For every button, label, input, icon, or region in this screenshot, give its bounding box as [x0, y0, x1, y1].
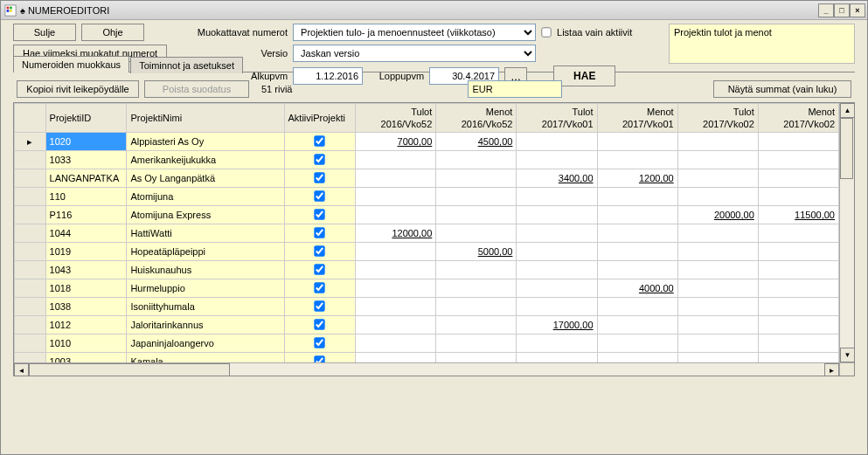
cell-projektinimi[interactable]: Jaloritarinkannus: [127, 316, 284, 334]
help-button[interactable]: Ohje: [81, 24, 144, 41]
scroll-up-button[interactable]: ▲: [840, 103, 855, 118]
cell-projektiid[interactable]: P116: [45, 206, 127, 224]
cell-aktiivi[interactable]: [284, 334, 356, 353]
row-indicator[interactable]: [15, 298, 46, 316]
row-indicator[interactable]: [15, 334, 46, 353]
cell-value[interactable]: 3400,00: [517, 169, 597, 188]
row-indicator[interactable]: [15, 316, 46, 334]
cell-value[interactable]: [436, 353, 517, 363]
cell-value[interactable]: [758, 353, 838, 363]
cell-aktiivi[interactable]: [284, 316, 356, 334]
cell-projektiid[interactable]: LANGANPATKA: [45, 169, 127, 188]
cell-projektinimi[interactable]: Huiskunauhus: [127, 261, 284, 279]
active-checkbox[interactable]: [315, 282, 325, 293]
cell-projektiid[interactable]: 1012: [45, 316, 127, 334]
cell-value[interactable]: [677, 243, 758, 261]
cell-value[interactable]: [597, 298, 677, 316]
cell-projektinimi[interactable]: Amerikankeijukukka: [127, 151, 284, 169]
cell-value[interactable]: [436, 334, 517, 353]
cell-aktiivi[interactable]: [284, 298, 356, 316]
active-checkbox[interactable]: [315, 337, 325, 348]
scroll-thumb-horizontal[interactable]: [29, 363, 230, 376]
col-header-menot-2017w02[interactable]: Menot2017/Vko02: [758, 104, 838, 133]
cell-projektiid[interactable]: 1020: [45, 133, 127, 151]
cell-value[interactable]: [597, 151, 677, 169]
currency-input[interactable]: [468, 80, 562, 98]
cell-projektinimi[interactable]: Kamala: [127, 353, 284, 363]
cell-value[interactable]: [758, 188, 838, 206]
cell-value[interactable]: [677, 261, 758, 279]
cell-value[interactable]: [436, 316, 517, 334]
cell-value[interactable]: [677, 353, 758, 363]
cell-aktiivi[interactable]: [284, 261, 356, 279]
table-row[interactable]: 1019Hopeatäpläpeippi5000,00: [15, 243, 839, 261]
cell-value[interactable]: [517, 224, 597, 243]
row-indicator[interactable]: [15, 353, 46, 363]
cell-value[interactable]: [436, 224, 517, 243]
cell-projektiid[interactable]: 1018: [45, 279, 127, 298]
cell-value[interactable]: 11500,00: [758, 206, 838, 224]
col-header-projektiid[interactable]: ProjektiID: [45, 104, 127, 133]
cell-value[interactable]: [356, 353, 436, 363]
version-combo[interactable]: Jaskan versio: [293, 45, 536, 62]
cell-value[interactable]: [758, 298, 838, 316]
cell-value[interactable]: [597, 224, 677, 243]
table-row[interactable]: 1033Amerikankeijukukka: [15, 151, 839, 169]
minimize-button[interactable]: _: [818, 3, 834, 17]
cell-value[interactable]: [597, 243, 677, 261]
cell-projektiid[interactable]: 1044: [45, 224, 127, 243]
active-checkbox[interactable]: [315, 227, 325, 238]
cell-value[interactable]: [517, 279, 597, 298]
col-header-aktiivi[interactable]: AktiiviProjekti: [284, 104, 356, 133]
active-checkbox[interactable]: [315, 172, 325, 183]
cell-value[interactable]: 4500,00: [436, 133, 517, 151]
cell-value[interactable]: [517, 334, 597, 353]
row-indicator[interactable]: [15, 243, 46, 261]
start-date-input[interactable]: [293, 67, 363, 85]
cell-value[interactable]: [517, 188, 597, 206]
table-row[interactable]: LANGANPATKAAs Oy Langanpätkä3400,001200,…: [15, 169, 839, 188]
cell-projektinimi[interactable]: HattiWatti: [127, 224, 284, 243]
cell-value[interactable]: [597, 316, 677, 334]
cell-aktiivi[interactable]: [284, 206, 356, 224]
row-indicator[interactable]: [15, 224, 46, 243]
active-checkbox[interactable]: [315, 355, 325, 362]
fetch-button[interactable]: HAE: [553, 65, 615, 86]
cell-value[interactable]: [597, 261, 677, 279]
cell-value[interactable]: [517, 151, 597, 169]
table-row[interactable]: 1010Japaninjaloangervo: [15, 334, 839, 353]
cell-value[interactable]: [677, 224, 758, 243]
cell-aktiivi[interactable]: [284, 169, 356, 188]
maximize-button[interactable]: □: [834, 3, 850, 17]
data-grid[interactable]: ProjektiID ProjektiNimi AktiiviProjekti …: [13, 102, 855, 376]
cell-projektiid[interactable]: 1043: [45, 261, 127, 279]
cell-value[interactable]: [677, 279, 758, 298]
close-button[interactable]: Sulje: [13, 24, 76, 41]
cell-value[interactable]: [436, 188, 517, 206]
cell-value[interactable]: [436, 298, 517, 316]
cell-projektiid[interactable]: 1019: [45, 243, 127, 261]
col-header-tulot-2017w02[interactable]: Tulot2017/Vko02: [677, 104, 758, 133]
active-checkbox[interactable]: [315, 300, 325, 311]
cell-value[interactable]: [758, 261, 838, 279]
cell-value[interactable]: [597, 133, 677, 151]
cell-value[interactable]: [436, 279, 517, 298]
cell-value[interactable]: [597, 206, 677, 224]
cell-value[interactable]: [517, 261, 597, 279]
col-header-projektinimi[interactable]: ProjektiNimi: [127, 104, 284, 133]
cell-value[interactable]: 4000,00: [597, 279, 677, 298]
table-row[interactable]: 1012Jaloritarinkannus17000,00: [15, 316, 839, 334]
table-row[interactable]: 1003Kamala: [15, 353, 839, 363]
cell-projektiid[interactable]: 110: [45, 188, 127, 206]
cell-aktiivi[interactable]: [284, 279, 356, 298]
tab-numbers-edit[interactable]: Numeroiden muokkaus: [13, 56, 129, 72]
cell-value[interactable]: [517, 133, 597, 151]
cell-projektiid[interactable]: 1003: [45, 353, 127, 363]
cell-value[interactable]: [436, 261, 517, 279]
cell-projektinimi[interactable]: Atomijuna Express: [127, 206, 284, 224]
scroll-right-button[interactable]: ►: [824, 363, 839, 376]
table-row[interactable]: P116Atomijuna Express20000,0011500,00: [15, 206, 839, 224]
row-indicator[interactable]: [15, 151, 46, 169]
cell-value[interactable]: [677, 151, 758, 169]
cell-value[interactable]: [677, 334, 758, 353]
